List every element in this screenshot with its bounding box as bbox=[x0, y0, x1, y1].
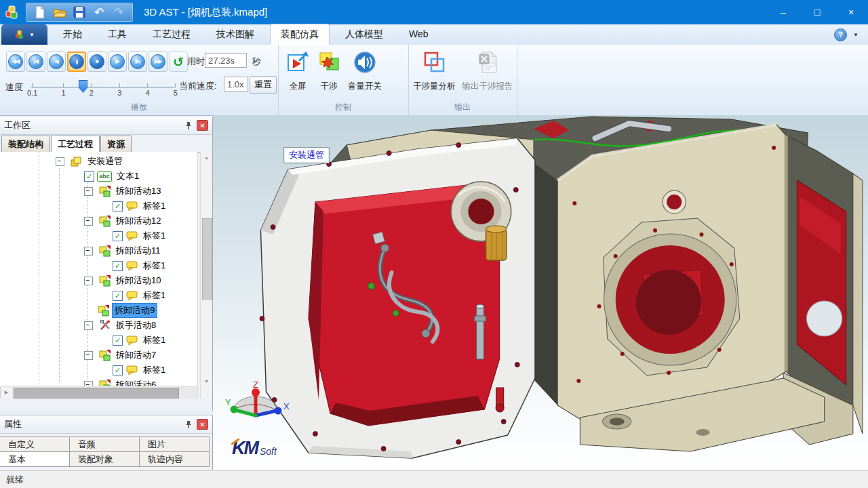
control-group: 全屏 干涉 音量开关 bbox=[278, 45, 409, 115]
tree-row[interactable]: abc 文本1 bbox=[0, 169, 197, 184]
scroll-right-icon[interactable]: ▶ bbox=[0, 387, 12, 398]
collapse-icon[interactable] bbox=[84, 247, 93, 256]
workspace-tab[interactable]: 资源 bbox=[100, 136, 132, 152]
checkbox[interactable] bbox=[113, 336, 123, 346]
ribbon-tab[interactable]: 装配仿真 bbox=[270, 24, 330, 45]
new-document-icon[interactable] bbox=[33, 5, 47, 19]
tree-row[interactable]: 拆卸活动13 bbox=[0, 184, 197, 199]
tree-row[interactable]: 标签1 bbox=[0, 199, 197, 214]
vertical-scrollbar[interactable]: ▲ ▼ bbox=[200, 152, 212, 399]
tree-row[interactable]: 拆卸活动9 bbox=[0, 303, 197, 318]
ribbon-big-button[interactable]: 输出干涉报告 bbox=[459, 49, 517, 94]
tree-row[interactable]: 标签1 bbox=[0, 258, 197, 273]
button-face: || bbox=[69, 54, 84, 69]
close-button[interactable]: × bbox=[834, 0, 868, 24]
checkbox[interactable] bbox=[113, 365, 123, 375]
reset-button[interactable]: 重置 bbox=[250, 76, 277, 94]
tree-row[interactable]: 标签1 bbox=[0, 288, 197, 303]
current-speed-label: 当前速度: bbox=[179, 80, 217, 92]
undo-icon[interactable]: ↶ bbox=[92, 5, 106, 19]
ribbon-big-button[interactable]: 干涉量分析 bbox=[410, 49, 459, 94]
fast-forward-button[interactable]: ▶▶ bbox=[149, 52, 167, 72]
tree-row[interactable]: 标签1 bbox=[0, 333, 197, 348]
output-group-label: 输出 bbox=[408, 102, 517, 113]
properties-tab[interactable]: 音频 bbox=[69, 436, 140, 452]
ribbon-big-button[interactable]: 干涉 bbox=[313, 49, 344, 94]
tree-row[interactable]: 拆卸活动7 bbox=[0, 348, 197, 363]
collapse-icon[interactable] bbox=[84, 217, 93, 226]
tree-row[interactable]: 标签1 bbox=[0, 228, 197, 243]
workspace-tab[interactable]: 工艺过程 bbox=[51, 136, 100, 152]
properties-tab[interactable]: 自定义 bbox=[0, 436, 70, 452]
collapse-icon[interactable] bbox=[84, 321, 93, 330]
collapse-icon[interactable] bbox=[84, 351, 93, 360]
checkbox[interactable] bbox=[84, 171, 94, 182]
stop-button[interactable]: ■ bbox=[87, 52, 106, 72]
checkbox[interactable] bbox=[113, 231, 123, 241]
checkbox[interactable] bbox=[113, 291, 123, 301]
properties-tab[interactable]: 图片 bbox=[139, 436, 210, 452]
tree-row[interactable]: 安装通管 bbox=[0, 154, 197, 169]
ribbon-tab[interactable]: 技术图解 bbox=[206, 24, 264, 44]
tree-row[interactable]: 拆卸活动11 bbox=[0, 243, 197, 258]
ribbon-big-button[interactable]: 音量开关 bbox=[344, 49, 385, 94]
scroll-up-icon[interactable]: ▲ bbox=[201, 152, 212, 163]
checkbox[interactable] bbox=[113, 201, 123, 211]
fast-backward-button[interactable]: ◀◀ bbox=[6, 52, 25, 72]
collapse-icon[interactable] bbox=[56, 157, 64, 166]
application-window: ↶ ↷ 3D AST - [烟机总装.kmapd] – □ × ▼ 开始工具工艺… bbox=[0, 0, 868, 488]
tag-icon bbox=[125, 365, 138, 375]
close-panel-icon[interactable]: × bbox=[197, 120, 208, 131]
ribbon-tab[interactable]: Web bbox=[399, 24, 439, 44]
scroll-down-icon[interactable]: ▼ bbox=[201, 375, 212, 386]
app-logo-icon bbox=[4, 4, 20, 20]
tree-row[interactable]: 拆卸活动10 bbox=[0, 273, 197, 288]
3d-viewport[interactable]: 安装通管 Z X Y KM Soft bbox=[213, 115, 868, 470]
chevron-down-icon[interactable]: ▼ bbox=[853, 32, 859, 38]
redo-icon[interactable]: ↷ bbox=[112, 5, 125, 19]
ribbon-tabs: 开始工具工艺过程技术图解装配仿真人体模型Web bbox=[47, 24, 439, 45]
ribbon-big-button[interactable]: 全屏 bbox=[282, 49, 313, 94]
close-panel-icon[interactable]: × bbox=[197, 419, 208, 430]
play-button[interactable]: ▶ bbox=[108, 52, 127, 72]
step-backward-button[interactable]: ◀ bbox=[47, 52, 66, 72]
application-menu-button[interactable]: ▼ bbox=[1, 24, 47, 45]
tree-row[interactable]: 扳手活动8 bbox=[0, 318, 197, 333]
elapsed-time-field[interactable] bbox=[205, 53, 247, 68]
ribbon-tab[interactable]: 人体模型 bbox=[335, 24, 393, 44]
scrollbar-thumb[interactable] bbox=[202, 218, 212, 300]
ribbon-tab[interactable]: 工艺过程 bbox=[142, 24, 201, 44]
ribbon-tab[interactable]: 工具 bbox=[98, 24, 137, 44]
horizontal-scrollbar[interactable]: ◀ ▶ bbox=[0, 386, 197, 399]
save-icon[interactable] bbox=[73, 5, 86, 19]
properties-tab[interactable]: 轨迹内容 bbox=[139, 451, 210, 467]
properties-tab[interactable]: 装配对象 bbox=[69, 451, 140, 467]
activity-icon bbox=[98, 350, 111, 361]
minimize-button[interactable]: – bbox=[766, 0, 800, 24]
button-face: ↻ bbox=[173, 56, 184, 68]
current-speed-field[interactable] bbox=[224, 77, 248, 92]
collapse-icon[interactable] bbox=[84, 277, 93, 285]
fullscreen-icon bbox=[285, 50, 310, 77]
3d-model[interactable] bbox=[213, 115, 868, 470]
help-icon[interactable]: ? bbox=[834, 28, 847, 41]
text-icon: abc bbox=[97, 171, 112, 182]
scrollbar-thumb[interactable] bbox=[14, 388, 179, 399]
collapse-icon[interactable] bbox=[84, 187, 93, 196]
skip-to-start-button[interactable]: |◀ bbox=[26, 52, 45, 72]
pin-icon[interactable] bbox=[184, 121, 193, 130]
playback-buttons: ◀◀ |◀ ◀ || bbox=[6, 52, 188, 72]
skip-to-end-button[interactable]: ▶| bbox=[128, 52, 147, 72]
properties-tab[interactable]: 基本 bbox=[0, 451, 70, 467]
workspace-tab[interactable]: 装配结构 bbox=[1, 136, 50, 152]
tree-row[interactable]: 拆卸活动12 bbox=[0, 214, 197, 228]
pause-button[interactable]: || bbox=[67, 52, 86, 72]
maximize-button[interactable]: □ bbox=[800, 0, 834, 24]
loop-button[interactable]: ↻ bbox=[169, 52, 188, 72]
checkbox[interactable] bbox=[113, 261, 123, 271]
axis-triad: Z X Y bbox=[225, 381, 293, 432]
open-folder-icon[interactable] bbox=[53, 5, 66, 19]
pin-icon[interactable] bbox=[184, 420, 193, 429]
ribbon-tab[interactable]: 开始 bbox=[53, 24, 92, 44]
tree-row[interactable]: 标签1 bbox=[0, 363, 197, 378]
